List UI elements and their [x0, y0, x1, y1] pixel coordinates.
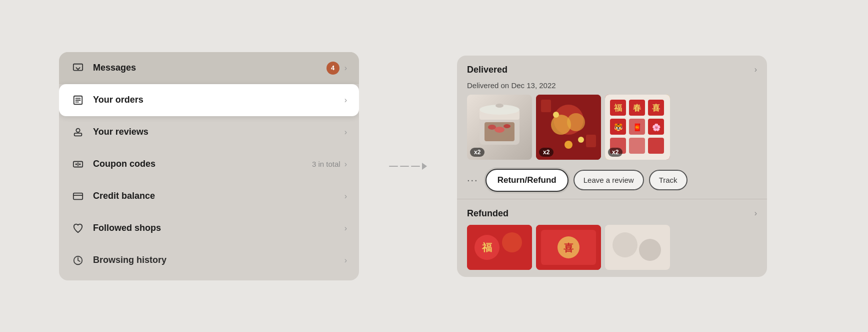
svg-rect-6 [74, 133, 82, 136]
track-button[interactable]: Track [649, 170, 688, 190]
svg-rect-39 [629, 138, 645, 154]
svg-text:福: 福 [614, 103, 622, 112]
return-refund-button[interactable]: Return/Refund [486, 169, 568, 192]
messages-chevron: › [344, 64, 347, 73]
products-row: x2 x2 [457, 95, 767, 166]
followed-chevron: › [344, 224, 347, 233]
menu-item-reviews[interactable]: Your reviews › [59, 116, 359, 148]
refunded-thumb-2[interactable]: 喜 [536, 225, 601, 270]
leave-review-button[interactable]: Leave a review [574, 170, 644, 190]
coupons-label: Coupon codes [93, 159, 312, 169]
messages-label: Messages [93, 63, 326, 73]
orders-icon [71, 93, 85, 107]
orders-chevron: › [344, 96, 347, 105]
refunded-chevron: › [754, 209, 757, 218]
product-thumb-1[interactable]: x2 [467, 95, 532, 160]
svg-point-57 [639, 239, 661, 261]
menu-item-followed[interactable]: Followed shops › [59, 212, 359, 244]
svg-point-30 [564, 141, 572, 149]
product-thumb-2[interactable]: x2 [536, 95, 601, 160]
menu-item-history[interactable]: Browsing history › [59, 244, 359, 276]
dash-1 [389, 166, 398, 167]
menu-card: Messages 4 › Your orders › [59, 52, 359, 280]
reviews-icon [71, 125, 85, 139]
refunded-title: Refunded [467, 208, 508, 219]
delivered-section-header[interactable]: Delivered › [457, 56, 767, 81]
coupons-chevron: › [344, 160, 347, 169]
action-bar: ··· Return/Refund Leave a review Track [457, 166, 767, 199]
svg-point-25 [567, 113, 585, 131]
svg-text:🧧: 🧧 [633, 123, 642, 132]
svg-text:春: 春 [633, 104, 642, 112]
product-thumb-3[interactable]: 福 春 喜 🐯 🧧 🌸 x2 [605, 95, 670, 160]
more-options-button[interactable]: ··· [467, 174, 478, 186]
dash-2 [400, 166, 409, 167]
svg-text:喜: 喜 [564, 242, 574, 253]
refunded-images: 福 喜 [457, 225, 767, 277]
svg-point-17 [496, 104, 504, 108]
right-panel: Delivered › Delivered on Dec 13, 2022 [457, 56, 767, 277]
credit-icon [71, 189, 85, 203]
history-chevron: › [344, 256, 347, 265]
menu-item-credit[interactable]: Credit balance › [59, 180, 359, 212]
qty-badge-2: x2 [539, 148, 554, 157]
svg-point-20 [494, 127, 504, 133]
menu-item-coupons[interactable]: Coupon codes 3 in total › [59, 148, 359, 180]
svg-point-28 [553, 112, 559, 118]
followed-label: Followed shops [93, 223, 344, 233]
svg-text:喜: 喜 [652, 104, 660, 112]
refunded-section: Refunded › 福 喜 [457, 199, 767, 277]
svg-text:🐯: 🐯 [614, 123, 623, 132]
history-label: Browsing history [93, 255, 344, 265]
dash-3 [411, 166, 420, 167]
svg-point-8 [76, 163, 78, 165]
orders-label: Your orders [93, 95, 344, 105]
svg-rect-27 [586, 135, 596, 147]
dashed-arrow [389, 163, 427, 170]
coupons-count: 3 in total [312, 160, 340, 168]
left-panel: Messages 4 › Your orders › [59, 52, 359, 280]
reviews-label: Your reviews [93, 127, 344, 137]
reviews-chevron: › [344, 128, 347, 137]
heart-icon [71, 221, 85, 235]
svg-rect-26 [541, 100, 551, 112]
scene: Messages 4 › Your orders › [59, 52, 809, 280]
delivered-date: Delivered on Dec 13, 2022 [457, 81, 767, 95]
refunded-thumb-3[interactable] [605, 225, 670, 270]
svg-point-21 [504, 124, 510, 128]
refunded-thumb-1[interactable]: 福 [467, 225, 532, 270]
svg-point-29 [578, 137, 584, 143]
svg-rect-11 [74, 193, 82, 199]
credit-chevron: › [344, 192, 347, 201]
svg-point-56 [612, 232, 638, 257]
svg-text:🌸: 🌸 [652, 123, 661, 132]
qty-badge-1: x2 [470, 148, 484, 157]
svg-text:福: 福 [482, 242, 492, 253]
menu-item-messages[interactable]: Messages 4 › [59, 52, 359, 84]
delivered-title: Delivered [467, 65, 508, 75]
coupon-icon [71, 157, 85, 171]
delivered-chevron: › [754, 65, 757, 74]
svg-point-10 [79, 163, 81, 165]
refunded-section-header[interactable]: Refunded › [457, 199, 767, 225]
messages-badge: 4 [326, 62, 340, 75]
credit-label: Credit balance [93, 191, 344, 201]
menu-item-orders[interactable]: Your orders › [59, 84, 359, 116]
navigation-arrow [389, 163, 427, 170]
svg-point-49 [502, 232, 522, 252]
message-icon [71, 61, 85, 75]
svg-rect-40 [648, 138, 664, 154]
arrow-head [422, 163, 427, 170]
qty-badge-3: x2 [608, 148, 622, 157]
svg-point-5 [76, 128, 80, 132]
history-icon [71, 253, 85, 267]
